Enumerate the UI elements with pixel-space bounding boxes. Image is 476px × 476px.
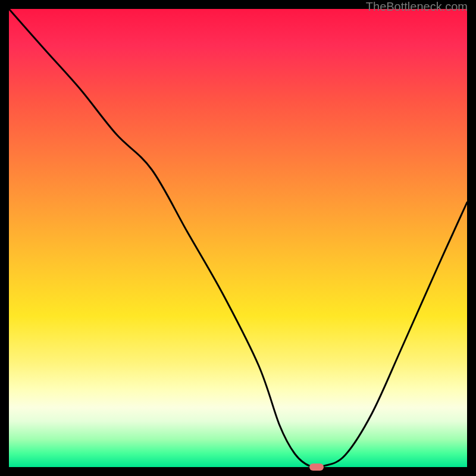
bottleneck-chart: TheBottleneck.com — [0, 0, 476, 476]
bottleneck-curve — [9, 9, 467, 467]
watermark-text: TheBottleneck.com — [366, 0, 468, 14]
minimum-marker — [309, 464, 324, 471]
plot-area — [9, 9, 467, 467]
